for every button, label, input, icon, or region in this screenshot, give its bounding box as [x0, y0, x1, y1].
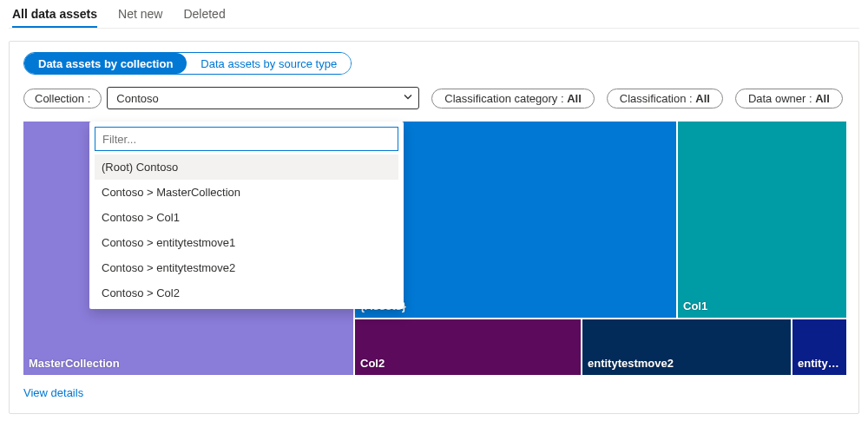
treemap-tile[interactable]: entitytestmove2: [582, 319, 791, 375]
chip-value: All: [815, 92, 830, 105]
treemap-tile-label: Col2: [360, 357, 385, 370]
dropdown-item[interactable]: Contoso > entitytestmove2: [95, 255, 398, 280]
collection-value: Contoso: [116, 92, 158, 105]
view-details-link[interactable]: View details: [23, 386, 83, 399]
dropdown-item[interactable]: Contoso > Col1: [95, 205, 398, 230]
chip-classification-category[interactable]: Classification category : All: [431, 89, 595, 108]
treemap-tile[interactable]: Col2: [355, 319, 581, 375]
chip-label: Data owner :: [748, 92, 815, 105]
filter-row: Collection : Contoso Classification cate…: [23, 87, 845, 109]
chip-value: All: [695, 92, 710, 105]
dropdown-filter-input[interactable]: [95, 127, 398, 151]
treemap-tile-label: entitytestmov...: [798, 357, 841, 370]
treemap-tile-label: entitytestmove2: [588, 357, 674, 370]
chip-value: All: [567, 92, 582, 105]
collection-dropdown: (Root) Contoso Contoso > MasterCollectio…: [89, 122, 404, 309]
collection-label: Collection :: [23, 89, 102, 108]
chip-data-owner[interactable]: Data owner : All: [735, 89, 843, 108]
chip-classification[interactable]: Classification : All: [607, 89, 723, 108]
tab-deleted[interactable]: Deleted: [183, 0, 225, 28]
chip-label: Classification category :: [444, 92, 567, 105]
pill-by-source-type[interactable]: Data assets by source type: [187, 53, 351, 74]
tab-net-new[interactable]: Net new: [118, 0, 162, 28]
treemap-tile[interactable]: Col1: [678, 122, 846, 318]
dropdown-item[interactable]: Contoso > MasterCollection: [95, 180, 398, 205]
treemap-tile[interactable]: entitytestmov...: [792, 319, 846, 375]
dropdown-item[interactable]: Contoso > entitytestmove1: [95, 230, 398, 255]
pill-group: Data assets by collection Data assets by…: [23, 52, 352, 75]
dropdown-list: (Root) Contoso Contoso > MasterCollectio…: [95, 154, 398, 306]
treemap-tile-label: MasterCollection: [29, 357, 120, 370]
chip-label: Classification :: [620, 92, 695, 105]
top-tabs: All data assets Net new Deleted: [9, 0, 859, 29]
view-toggle: Data assets by collection Data assets by…: [23, 52, 845, 75]
dropdown-item-root[interactable]: (Root) Contoso: [95, 154, 398, 180]
dropdown-item[interactable]: Contoso > Col2: [95, 280, 398, 306]
treemap-tile-label: Col1: [683, 299, 707, 312]
tab-all-data-assets[interactable]: All data assets: [12, 0, 97, 28]
collection-combo[interactable]: Contoso: [107, 87, 419, 109]
collection-filter: Collection : Contoso: [23, 87, 419, 109]
pill-by-collection[interactable]: Data assets by collection: [24, 53, 187, 74]
chevron-down-icon: [403, 92, 413, 105]
insights-card: Data assets by collection Data assets by…: [9, 41, 859, 414]
